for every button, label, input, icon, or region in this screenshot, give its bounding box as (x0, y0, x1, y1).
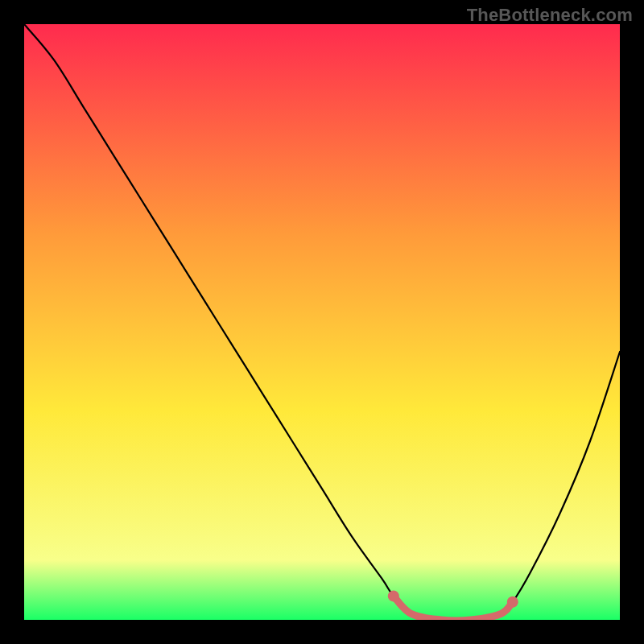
highlight-endpoint-right (507, 597, 518, 608)
plot-area (24, 24, 620, 620)
gradient-background (24, 24, 620, 620)
chart-svg (24, 24, 620, 620)
highlight-endpoint-left (388, 590, 399, 601)
chart-frame: TheBottleneck.com (0, 0, 644, 644)
watermark-text: TheBottleneck.com (467, 5, 633, 26)
